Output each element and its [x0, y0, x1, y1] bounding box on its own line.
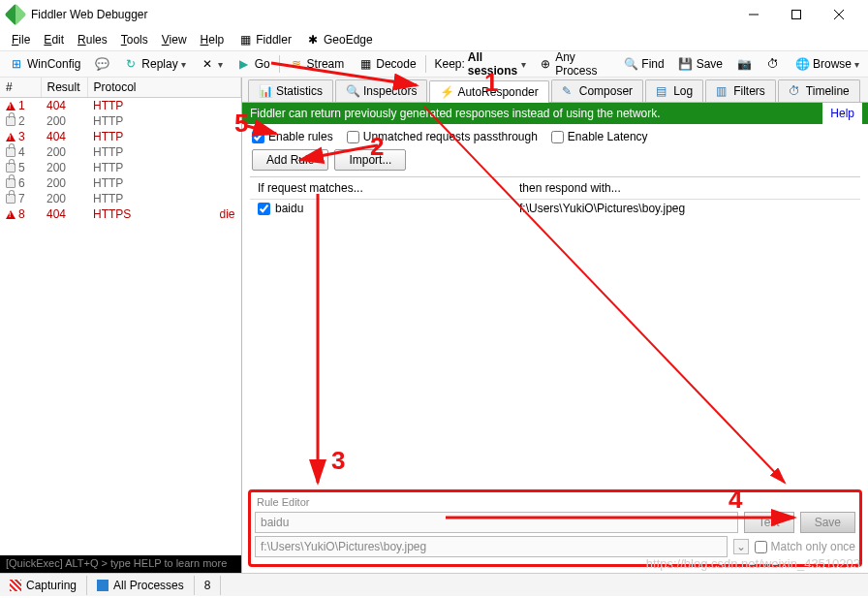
rule-row[interactable]: baiduf:\Users\YukiO\Pictures\boy.jpeg: [250, 200, 860, 217]
minimize-button[interactable]: [732, 0, 775, 29]
error-icon: [6, 133, 16, 142]
menu-view[interactable]: View: [156, 31, 193, 48]
quickexec-bar[interactable]: [QuickExec] ALT+Q > type HELP to learn m…: [0, 555, 241, 573]
session-row[interactable]: 2200HTTP: [0, 113, 241, 129]
remove-icon: ✕: [200, 56, 215, 72]
find-button[interactable]: 🔍Find: [618, 54, 668, 74]
session-row[interactable]: 5200HTTP: [0, 160, 241, 175]
session-row[interactable]: 7200HTTP: [0, 191, 241, 206]
geoedge-icon: ✱: [305, 32, 321, 47]
rules-list[interactable]: If request matches... then respond with.…: [250, 176, 860, 486]
session-row[interactable]: 4200HTTP: [0, 144, 241, 160]
editor-title: Rule Editor: [255, 494, 855, 512]
comment-icon: 💬: [94, 56, 109, 72]
composer-icon: ✎: [562, 84, 575, 98]
import-button[interactable]: Import...: [334, 149, 406, 171]
respond-input[interactable]: [255, 536, 728, 557]
status-bar: Capturing All Processes 8: [0, 573, 868, 596]
save-button[interactable]: 💾Save: [673, 54, 728, 74]
enable-rules-checkbox[interactable]: Enable rules: [252, 130, 333, 143]
lock-icon: [6, 147, 16, 157]
go-icon: ▶: [236, 56, 252, 72]
svg-rect-1: [792, 11, 801, 19]
menu-bar: File Edit Rules Tools View Help ▦Fiddler…: [0, 29, 868, 50]
tab-filters[interactable]: ▥Filters: [705, 79, 776, 102]
tab-log[interactable]: ▤Log: [645, 79, 703, 102]
respond-dropdown[interactable]: ⌄: [733, 539, 749, 554]
browse-button[interactable]: 🌐Browse▾: [790, 54, 864, 74]
go-button[interactable]: ▶Go: [232, 54, 275, 74]
save-icon: 💾: [678, 56, 694, 72]
remove-button[interactable]: ✕▾: [195, 54, 228, 74]
lock-icon: [6, 194, 16, 204]
banner-text: Fiddler can return previously generated …: [250, 107, 822, 120]
tab-statistics[interactable]: 📊Statistics: [248, 79, 333, 102]
menu-file[interactable]: File: [6, 31, 36, 48]
menu-fiddler[interactable]: ▦Fiddler: [232, 30, 297, 49]
app-logo: [5, 4, 27, 26]
any-process-button[interactable]: ⊕Any Process: [535, 48, 614, 79]
replay-icon: ↻: [123, 56, 139, 72]
menu-geoedge[interactable]: ✱GeoEdge: [299, 30, 379, 49]
lock-icon: [6, 178, 16, 188]
match-once-checkbox[interactable]: Match only once: [755, 540, 855, 553]
menu-rules[interactable]: Rules: [72, 31, 113, 48]
sessions-grid[interactable]: # Result Protocol 1404HTTP 2200HTTP 3404…: [0, 78, 241, 555]
tab-timeline[interactable]: ⏱Timeline: [778, 79, 860, 102]
help-link[interactable]: Help: [822, 103, 862, 124]
process-icon: [97, 580, 108, 591]
stream-icon: ≋: [289, 56, 304, 72]
rules-col-match: If request matches...: [250, 177, 512, 199]
add-rule-button[interactable]: Add Rule: [252, 149, 328, 171]
passthrough-checkbox[interactable]: Unmatched requests passthrough: [347, 130, 538, 143]
keep-sessions[interactable]: Keep: All sessions ▾: [429, 48, 530, 79]
target-icon: ⊕: [540, 56, 552, 72]
error-icon: [6, 210, 16, 219]
window-title: Fiddler Web Debugger: [31, 8, 732, 21]
statistics-icon: 📊: [259, 84, 272, 98]
menu-tools[interactable]: Tools: [115, 31, 154, 48]
col-result[interactable]: Result: [41, 78, 87, 98]
tab-autoresponder[interactable]: ⚡AutoResponder: [429, 80, 548, 103]
latency-checkbox[interactable]: Enable Latency: [551, 130, 648, 143]
tab-composer[interactable]: ✎Composer: [551, 79, 643, 102]
rule-editor: Rule Editor Test Save ⌄ Match only once: [248, 489, 862, 567]
camera-icon: 📷: [736, 56, 752, 72]
session-row[interactable]: 6200HTTP: [0, 175, 241, 191]
error-icon: [6, 102, 16, 110]
menu-help[interactable]: Help: [195, 31, 231, 48]
capturing-indicator[interactable]: Capturing: [0, 576, 87, 595]
comment-button[interactable]: 💬: [89, 54, 114, 74]
menu-edit[interactable]: Edit: [38, 31, 70, 48]
timer-button[interactable]: ⏱: [760, 54, 786, 74]
col-id[interactable]: #: [0, 78, 41, 98]
close-button[interactable]: [818, 0, 860, 29]
capturing-icon: [10, 580, 21, 591]
toolbar: ⊞WinConfig 💬 ↻Replay▾ ✕▾ ▶Go ≋Stream ▦De…: [0, 50, 868, 78]
winconfig-button[interactable]: ⊞WinConfig: [4, 54, 85, 74]
right-tabs: 📊Statistics🔍Inspectors⚡AutoResponder✎Com…: [242, 78, 868, 103]
test-button[interactable]: Test: [744, 512, 794, 533]
timeline-icon: ⏱: [789, 84, 802, 98]
session-row[interactable]: 1404HTTP: [0, 98, 241, 114]
find-icon: 🔍: [623, 56, 638, 72]
decode-icon: ▦: [357, 56, 373, 72]
session-row[interactable]: 8404HTTPSdie: [0, 206, 241, 222]
session-row[interactable]: 3404HTTP: [0, 129, 241, 144]
rule-enabled-checkbox[interactable]: [258, 203, 270, 215]
autoresponder-icon: ⚡: [440, 85, 453, 99]
maximize-button[interactable]: [775, 0, 818, 29]
session-count: 8: [195, 576, 222, 595]
decode-button[interactable]: ▦Decode: [353, 54, 420, 74]
replay-button[interactable]: ↻Replay▾: [118, 54, 190, 74]
tab-inspectors[interactable]: 🔍Inspectors: [335, 79, 427, 102]
autoresponder-banner: Fiddler can return previously generated …: [242, 103, 868, 124]
col-protocol[interactable]: Protocol: [87, 78, 241, 98]
match-input[interactable]: [255, 512, 738, 533]
editor-save-button[interactable]: Save: [800, 512, 855, 533]
lock-icon: [6, 116, 16, 126]
stream-button[interactable]: ≋Stream: [284, 54, 350, 74]
process-filter[interactable]: All Processes: [87, 576, 195, 595]
camera-button[interactable]: 📷: [731, 54, 757, 74]
windows-icon: ⊞: [9, 56, 24, 72]
